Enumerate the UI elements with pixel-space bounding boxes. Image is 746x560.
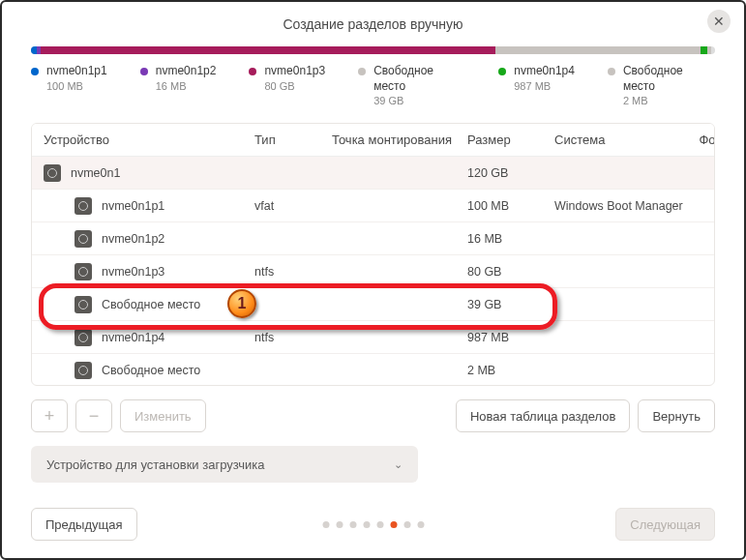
actions-row: + − Изменить Новая таблица разделов Верн… (31, 399, 715, 432)
usage-segment (707, 46, 711, 54)
row-size: 100 MB (467, 199, 554, 213)
pager-dot[interactable] (322, 521, 329, 528)
legend-size: 39 GB (373, 94, 465, 107)
row-type: vfat (254, 199, 332, 213)
col-size: Размер (467, 133, 554, 147)
page-title: Создание разделов вручную (283, 16, 463, 32)
usage-bar-section: nvme0n1p1100 MBnvme0n1p216 MBnvme0n1p380… (2, 46, 744, 107)
legend-name: nvme0n1p1 (46, 64, 107, 79)
legend-name: nvme0n1p2 (156, 64, 217, 79)
row-size: 16 MB (467, 232, 554, 246)
legend-name: nvme0n1p3 (264, 64, 325, 79)
legend-size: 100 MB (46, 79, 107, 93)
pager-dot[interactable] (363, 521, 370, 528)
table-header: Устройство Тип Точка монтирования Размер… (32, 124, 714, 157)
disk-icon (75, 296, 92, 313)
legend-item: nvme0n1p1100 MB (31, 64, 107, 107)
row-type: ntfs (254, 331, 332, 344)
legend-size: 2 MB (623, 94, 715, 107)
row-size: 39 GB (467, 298, 554, 311)
legend-item: nvme0n1p4987 MB (498, 64, 575, 107)
col-system: Система (554, 133, 700, 147)
row-type: ntfs (254, 265, 332, 279)
remove-partition-button[interactable]: − (75, 399, 112, 432)
row-size: 2 MB (467, 364, 554, 377)
col-type: Тип (254, 133, 332, 147)
col-format: Форма (699, 133, 715, 147)
legend-dot-icon (608, 68, 615, 75)
disk-icon (75, 197, 92, 215)
table-row[interactable]: nvme0n1p3ntfs80 GB (32, 255, 714, 288)
row-size: 987 MB (467, 331, 554, 344)
legend-size: 80 GB (264, 79, 325, 93)
disk-icon (75, 329, 92, 346)
next-button[interactable]: Следующая (615, 508, 715, 541)
table-body: nvme0n1120 GBnvme0n1p1vfat100 MBWindows … (32, 157, 714, 385)
chevron-down-icon: ⌄ (394, 458, 403, 471)
legend-dot-icon (498, 68, 506, 75)
row-size: 80 GB (467, 265, 554, 279)
row-device-name: nvme0n1p4 (102, 331, 164, 344)
row-device-name: nvme0n1p3 (102, 265, 164, 279)
table-row[interactable]: nvme0n1p216 MB (32, 222, 714, 255)
legend-item: Свободное место39 GB (358, 64, 465, 107)
right-action-group: Новая таблица разделов Вернуть (456, 399, 715, 432)
pager-dot[interactable] (417, 521, 424, 528)
legend-item: nvme0n1p216 MB (140, 64, 217, 107)
row-device-name: nvme0n1p1 (102, 199, 164, 213)
add-partition-button[interactable]: + (31, 399, 68, 432)
step-pager (322, 521, 424, 528)
legend-name: Свободное место (373, 64, 465, 94)
legend-size: 987 MB (514, 79, 575, 93)
table-row[interactable]: nvme0n1120 GB (32, 157, 714, 190)
legend-item: nvme0n1p380 GB (249, 64, 325, 107)
pager-dot[interactable] (376, 521, 383, 528)
col-mount: Точка монтирования (332, 133, 467, 147)
usage-segment (701, 46, 707, 54)
usage-segment (495, 46, 701, 54)
callout-number: 1 (238, 295, 247, 312)
edit-partition-button[interactable]: Изменить (120, 399, 206, 432)
row-device-name: Свободное место (102, 364, 200, 377)
new-partition-table-button[interactable]: Новая таблица разделов (456, 399, 631, 432)
row-size: 120 GB (467, 166, 554, 180)
legend-dot-icon (358, 68, 366, 75)
pager-dot[interactable] (336, 521, 343, 528)
row-system: Windows Boot Manager (554, 199, 700, 213)
disk-legend: nvme0n1p1100 MBnvme0n1p216 MBnvme0n1p380… (31, 64, 715, 107)
revert-button[interactable]: Вернуть (638, 399, 715, 432)
pager-dot[interactable] (390, 521, 397, 528)
row-device-name: nvme0n1p2 (102, 232, 164, 246)
close-icon: ✕ (713, 14, 725, 29)
prev-button[interactable]: Предыдущая (31, 508, 137, 541)
disk-icon (75, 362, 92, 379)
legend-size: 16 MB (156, 79, 217, 93)
bootloader-label: Устройство для установки загрузчика (46, 457, 265, 472)
partition-table: Устройство Тип Точка монтирования Размер… (31, 123, 715, 386)
disk-icon (75, 263, 92, 280)
header: Создание разделов вручную ✕ (2, 2, 744, 46)
pager-dot[interactable] (349, 521, 356, 528)
legend-dot-icon (140, 68, 148, 75)
left-action-group: + − Изменить (31, 399, 206, 432)
table-row[interactable]: Свободное место2 MB (32, 354, 714, 385)
pager-dot[interactable] (403, 521, 410, 528)
row-device-name: Свободное место (102, 298, 200, 311)
table-row[interactable]: nvme0n1p1vfat100 MBWindows Boot Manager (32, 190, 714, 222)
table-row[interactable]: nvme0n1p4ntfs987 MB (32, 321, 714, 354)
table-row[interactable]: Свободное место39 GB (32, 288, 714, 321)
footer: Предыдущая Следующая (2, 494, 744, 558)
legend-dot-icon (31, 68, 39, 75)
disk-icon (44, 164, 61, 182)
col-device: Устройство (32, 133, 254, 147)
callout-badge: 1 (227, 289, 256, 318)
row-device-name: nvme0n1 (71, 166, 120, 180)
usage-segment (41, 46, 495, 54)
legend-dot-icon (249, 68, 256, 75)
disk-icon (75, 230, 92, 248)
close-button[interactable]: ✕ (707, 10, 731, 33)
legend-name: Свободное место (623, 64, 715, 94)
disk-usage-bar (31, 46, 715, 54)
legend-item: Свободное место2 MB (608, 64, 715, 107)
bootloader-device-dropdown[interactable]: Устройство для установки загрузчика ⌄ (31, 446, 418, 483)
